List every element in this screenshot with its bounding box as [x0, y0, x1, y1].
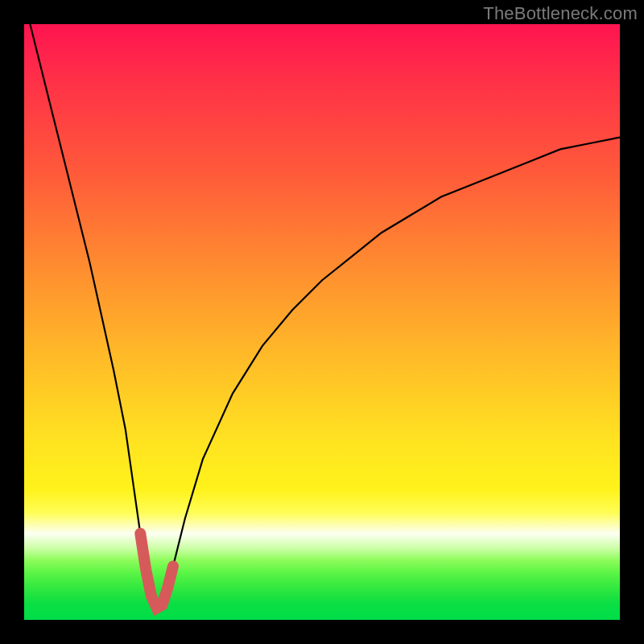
- chart-frame: TheBottleneck.com: [0, 0, 644, 644]
- bottleneck-curve: [30, 24, 620, 608]
- sweet-spot-marker: [140, 534, 173, 609]
- plot-area: [24, 24, 620, 620]
- bottleneck-curve-svg: [24, 24, 620, 620]
- watermark-text: TheBottleneck.com: [483, 3, 638, 24]
